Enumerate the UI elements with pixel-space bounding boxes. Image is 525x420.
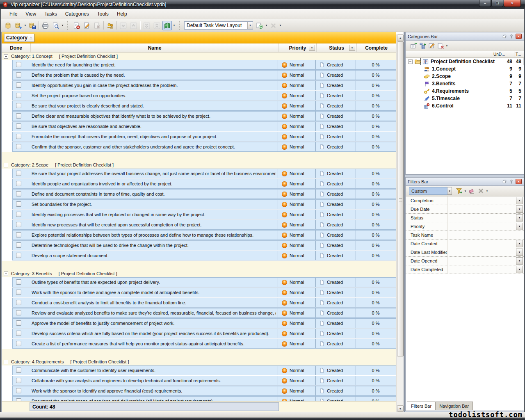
tree-item-6-control[interactable]: 6.Control1111 [406,102,524,110]
panel-pin-icon[interactable] [509,179,514,184]
open-database-dropdown-icon[interactable]: ▼ [23,24,27,27]
apply-layout-button[interactable] [255,21,264,30]
filter-dropdown-icon[interactable]: ▼ [309,45,315,51]
filter-preset-combo[interactable]: Custom [409,187,447,195]
done-checkbox[interactable] [16,123,21,129]
task-row-body[interactable]: Work with the sponsor to identify and ap… [12,386,396,396]
task-row-body[interactable]: Create a list of performance measures th… [12,339,396,349]
column-header-complete[interactable]: Complete [357,43,396,52]
print-button[interactable] [41,21,50,30]
done-checkbox[interactable] [16,253,21,258]
toolbar-grip[interactable] [67,21,69,30]
vertical-scrollbar[interactable]: ▲ ▼ [396,34,404,412]
done-checkbox[interactable] [16,290,21,295]
done-checkbox[interactable] [16,62,21,67]
new-category-button[interactable] [409,41,418,50]
task-row-body[interactable]: Conduct a cost-benefit analysis to limit… [12,298,396,308]
minimize-button[interactable]: – [479,0,491,7]
done-checkbox[interactable] [16,378,21,383]
filter-preset-dropdown-icon[interactable]: ▼ [447,187,452,195]
print-preview-dropdown-icon[interactable]: ▼ [61,24,64,27]
task-row-body[interactable]: Identify the need for launching the proj… [12,60,396,70]
new-subcategory-button[interactable] [418,41,427,50]
collapse-icon[interactable] [4,272,8,276]
print-preview-button[interactable] [51,21,60,30]
collapse-icon[interactable] [4,360,8,364]
collapse-icon[interactable] [408,59,413,64]
task-row-body[interactable]: Identify opportunities you gain in case … [12,80,396,90]
layout-combo[interactable]: Default Task View Layout▼ [184,21,253,30]
menu-categories[interactable]: Categories [61,10,93,18]
task-row-body[interactable]: Be sure that your project addresses the … [12,169,396,178]
scroll-down-button[interactable]: ▼ [397,405,404,412]
done-checkbox[interactable] [16,310,21,315]
tab-navigation-bar[interactable]: Navigation Bar [435,402,473,410]
done-checkbox[interactable] [16,171,21,176]
edit-task-button[interactable] [82,21,91,30]
task-row-body[interactable]: Develop a scope statement document.Norma… [12,251,396,260]
done-checkbox[interactable] [16,134,21,139]
task-row-body[interactable]: Work with the sponsor to define and agre… [12,288,396,297]
done-checkbox[interactable] [16,368,21,373]
done-checkbox[interactable] [16,341,21,346]
notes-view-dropdown-icon[interactable]: ▼ [172,24,176,27]
done-checkbox[interactable] [16,242,21,248]
group-header-row[interactable]: Category: 4.Requirements[ Project Defini… [2,358,396,365]
menu-tools[interactable]: Tools [93,10,113,18]
tree-item-5-timescale[interactable]: 5.Timescale77 [406,95,524,102]
task-row-body[interactable]: Collaborate with your analysts and engin… [12,376,396,386]
task-row-body[interactable]: Identify existing processes that will be… [12,210,396,219]
menu-view[interactable]: View [21,10,40,18]
done-checkbox[interactable] [16,82,21,88]
tree-item-3-benefits[interactable]: 3.Benefits77 [406,80,524,87]
task-row-body[interactable]: Document the project scope of services a… [12,396,396,401]
done-checkbox[interactable] [16,331,21,336]
done-checkbox[interactable] [16,320,21,326]
assign-task-button[interactable] [105,21,115,30]
filter-value-dropdown-icon[interactable]: ▼ [516,205,523,213]
toolbar-grip[interactable] [179,21,180,30]
done-checkbox[interactable] [16,388,21,393]
task-row-body[interactable]: Explore potential relationships between … [12,230,396,240]
done-checkbox[interactable] [16,222,21,227]
task-row-body[interactable]: Identify new processes that will be crea… [12,220,396,230]
group-header-row[interactable]: Category: 3.Benefits[ Project Definition… [2,270,396,277]
clear-filter-button[interactable] [467,187,476,196]
filter-value-dropdown-icon[interactable]: ▼ [516,214,523,221]
done-checkbox[interactable] [16,181,21,186]
scrollbar-thumb[interactable] [397,41,404,356]
done-checkbox[interactable] [16,72,21,78]
categories-toolbar-overflow-icon[interactable]: ▼ [445,45,449,47]
done-checkbox[interactable] [16,300,21,305]
task-row-body[interactable]: Define clear and measurable objectives t… [12,111,396,121]
done-checkbox[interactable] [16,103,21,108]
task-row-body[interactable]: Define and document constraints in terms… [12,189,396,199]
undone-column-header[interactable]: UnD... [493,52,505,57]
task-row-body[interactable]: Outline types of benefits that are expec… [12,277,396,287]
delete-category-button[interactable] [436,41,445,50]
done-checkbox[interactable] [16,113,21,119]
task-row-body[interactable]: Be sure that objectives are reasonable a… [12,121,396,131]
total-column-header[interactable]: T... [516,52,521,57]
task-row-body[interactable]: Communicate with the customer to identif… [12,365,396,375]
task-row-body[interactable]: Formulate the concept that covers the pr… [12,132,396,142]
done-checkbox[interactable] [16,232,21,237]
menu-help[interactable]: Help [113,10,131,18]
done-checkbox[interactable] [16,144,21,149]
done-checkbox[interactable] [16,398,21,401]
tree-item-1-concept[interactable]: 1.Concept99 [406,65,524,73]
filter-value-dropdown-icon[interactable]: ▼ [516,197,523,204]
done-checkbox[interactable] [16,191,21,196]
done-checkbox[interactable] [16,93,21,98]
filters-toolbar-overflow-icon[interactable]: ▼ [485,190,489,192]
task-row-body[interactable]: Set boundaries for the project.NormalCre… [12,199,396,209]
layout-combo-dropdown-icon[interactable]: ▼ [247,22,253,29]
task-row-body[interactable]: Approve the model of benefits to justify… [12,318,396,328]
edit-category-button[interactable] [427,41,436,50]
filter-value-dropdown-icon[interactable]: ▼ [516,257,523,265]
panel-restore-icon[interactable] [502,179,507,184]
panel-restore-icon[interactable] [502,34,507,39]
task-row-body[interactable]: Define the problem that is caused by the… [12,70,396,80]
apply-layout-dropdown-icon[interactable]: ▼ [265,24,268,27]
column-header-name[interactable]: Name [31,43,279,52]
